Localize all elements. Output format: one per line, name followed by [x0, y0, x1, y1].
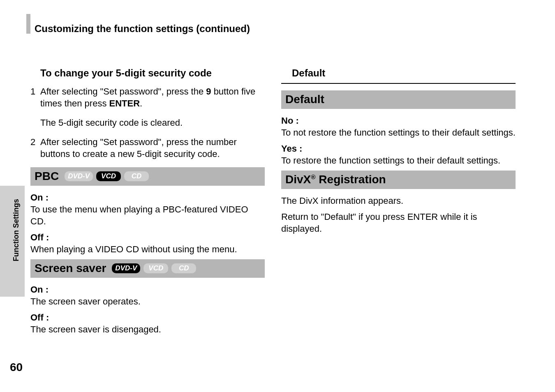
pbc-title: PBC: [35, 169, 59, 184]
change-code-heading: To change your 5-digit security code: [40, 67, 265, 80]
pbc-on-label: On :: [30, 191, 265, 203]
heading-marker: [26, 14, 30, 34]
pbc-off-desc: When playing a VIDEO CD without using th…: [30, 243, 265, 255]
default-title: Default: [285, 92, 324, 107]
summary-rule: [281, 83, 516, 84]
text-fragment: .: [140, 98, 142, 108]
right-column: Default Default No : To not restore the …: [281, 67, 516, 339]
side-section-label: Function Settings: [12, 199, 21, 261]
divx-title: DivX® Registration: [285, 172, 386, 187]
summary-heading: Default: [292, 67, 516, 80]
default-yes-label: Yes :: [281, 143, 516, 154]
screensaver-off-label: Off :: [30, 311, 265, 323]
text-fragment: After selecting "Set password", press th…: [40, 86, 206, 97]
text-fragment: DivX: [285, 173, 311, 186]
divx-line2: Return to "Default" if you press ENTER w…: [281, 211, 516, 235]
badge-vcd: VCD: [143, 263, 168, 273]
manual-page: Function Settings 60 Customizing the fun…: [0, 0, 555, 392]
pbc-section-bar: PBC DVD-V VCD CD: [30, 167, 265, 186]
badge-cd: CD: [171, 263, 196, 273]
step-number: 2: [30, 136, 40, 160]
pbc-on-desc: To use the menu when playing a PBC-featu…: [30, 203, 265, 227]
default-yes-desc: To restore the function settings to thei…: [281, 154, 516, 166]
screensaver-on-desc: The screen saver operates.: [30, 295, 265, 307]
badge-cd: CD: [124, 171, 149, 181]
default-section-bar: Default: [281, 90, 516, 109]
step-text: After selecting "Set password", press th…: [40, 136, 265, 160]
divx-line1: The DivX information appears.: [281, 195, 516, 207]
registered-symbol: ®: [311, 173, 315, 180]
screensaver-section-bar: Screen saver DVD-V VCD CD: [30, 259, 265, 278]
screensaver-on-label: On :: [30, 284, 265, 295]
divx-section-bar: DivX® Registration: [281, 171, 516, 189]
default-no-label: No :: [281, 115, 516, 127]
two-column-layout: To change your 5-digit security code 1 A…: [30, 67, 526, 339]
step-text: After selecting "Set password", press th…: [40, 85, 265, 109]
default-no-desc: To not restore the function settings to …: [281, 127, 516, 138]
step-number: 1: [30, 85, 40, 109]
text-fragment: Registration: [316, 173, 386, 186]
badge-vcd: VCD: [96, 171, 121, 181]
badge-dvd-v: DVD-V: [112, 263, 140, 273]
step-2: 2 After selecting "Set password", press …: [30, 136, 265, 160]
step-1: 1 After selecting "Set password", press …: [30, 85, 265, 109]
badge-dvd-v: DVD-V: [65, 171, 93, 181]
screensaver-off-desc: The screen saver is disengaged.: [30, 323, 265, 335]
screensaver-title: Screen saver: [35, 261, 106, 276]
page-number: 60: [10, 361, 23, 374]
key-name: 9: [206, 86, 211, 97]
pbc-off-label: Off :: [30, 231, 265, 243]
key-name: ENTER: [109, 98, 140, 108]
step-1-result: The 5-digit security code is cleared.: [40, 117, 265, 129]
continued-title: Customizing the function settings (conti…: [35, 23, 250, 35]
left-column: To change your 5-digit security code 1 A…: [30, 67, 265, 339]
